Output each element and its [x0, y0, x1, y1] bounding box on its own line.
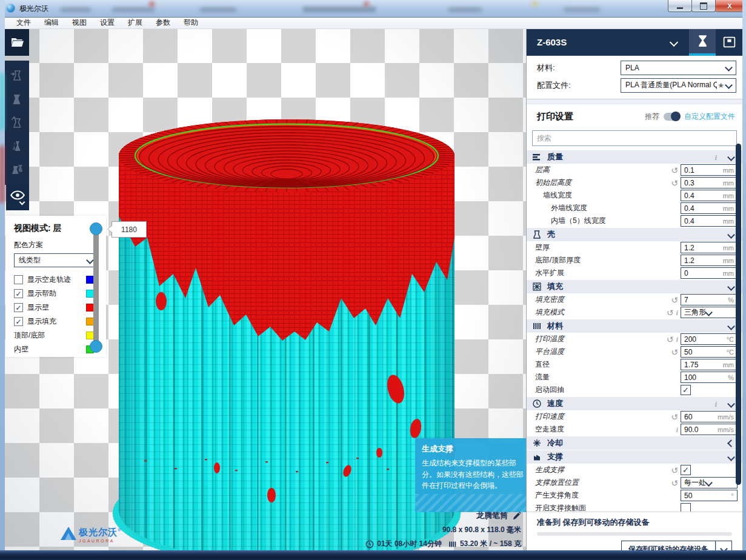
setting-select[interactable]: 每一处 — [681, 477, 738, 488]
legend-list: 显示空走轨迹✓显示帮助✓显示壁✓显示填充顶部/底部内壁 — [14, 273, 98, 356]
setting-select[interactable]: 三角形 — [681, 307, 738, 318]
setting-input[interactable]: 50° — [681, 490, 738, 501]
tab-monitor[interactable] — [716, 28, 742, 56]
color-scheme-select[interactable]: 线类型 — [14, 253, 98, 267]
section-header-speed[interactable]: 速度i — [527, 397, 742, 410]
monitor-printer-icon — [722, 35, 737, 50]
section-header-cooling[interactable]: 冷却 — [527, 436, 742, 450]
setting-value: 0 — [684, 269, 688, 278]
setting-input[interactable]: 7% — [681, 294, 738, 305]
scale-tool-button[interactable] — [9, 92, 25, 107]
legend-checkbox[interactable] — [14, 275, 23, 284]
title-bar[interactable]: 极光尔沃 X — [0, 0, 746, 18]
maximize-button[interactable] — [691, 0, 716, 12]
legend-row: 顶部/底部 — [14, 328, 98, 342]
layer-slider-track[interactable] — [93, 229, 99, 347]
model-dimensions: 90.8 x 90.8 x 118.0 毫米 — [365, 525, 521, 535]
section-header-support[interactable]: 支撑 — [527, 450, 742, 464]
menu-item[interactable]: 帮助 — [177, 17, 205, 28]
setting-row: 平台温度↺50°C — [527, 345, 742, 358]
custom-profile-link[interactable]: 自定义配置文件 — [684, 112, 735, 122]
setting-input[interactable]: 100% — [681, 372, 738, 383]
setting-input[interactable]: 0mm — [681, 267, 738, 279]
section-header-material[interactable]: 材料 — [527, 319, 742, 333]
setting-label: 底部/顶部厚度 — [535, 255, 581, 265]
setting-checkbox-wrap: ✓ — [681, 465, 738, 475]
chevron-down-icon — [705, 479, 713, 487]
material-card: 材料: PLA 配置文件: PLA 普通质量(PLA Normal Qua ★ — [527, 56, 742, 99]
setting-input[interactable]: 0.1mm — [681, 164, 738, 176]
revert-icon[interactable]: ↺ — [671, 466, 678, 475]
close-button[interactable]: X — [715, 0, 744, 12]
setting-input[interactable]: 200°C — [681, 333, 738, 345]
setting-checkbox[interactable]: ✓ — [681, 385, 691, 395]
setting-value: 200 — [684, 335, 696, 344]
move-tool-button[interactable] — [9, 68, 25, 84]
revert-icon[interactable]: ↺ — [667, 335, 674, 344]
menu-item[interactable]: 设置 — [93, 17, 121, 28]
section-header-quality[interactable]: 质量i — [527, 150, 742, 164]
revert-icon[interactable]: ↺ — [671, 413, 678, 421]
minimize-button[interactable] — [668, 0, 692, 12]
setting-controls: i90.0mm/s — [676, 424, 738, 435]
setting-row: 层高↺0.1mm — [527, 164, 742, 176]
open-file-button[interactable] — [5, 29, 29, 56]
revert-icon[interactable]: ↺ — [671, 166, 678, 175]
setting-controls: ✓ — [681, 385, 738, 395]
section-label: 冷却 — [547, 438, 563, 448]
search-input[interactable] — [533, 131, 736, 145]
tab-prepare-slice[interactable] — [689, 28, 716, 56]
scrollbar-thumb[interactable] — [736, 144, 741, 485]
section-header-shell[interactable]: 壳 — [527, 228, 742, 241]
menu-item[interactable]: 编辑 — [38, 17, 65, 28]
menu-item[interactable]: 参数 — [149, 17, 177, 28]
revert-icon[interactable]: ↺ — [671, 296, 678, 304]
legend-checkbox[interactable]: ✓ — [14, 289, 23, 298]
chevron-left-icon — [727, 439, 735, 447]
recommended-custom-toggle[interactable] — [664, 113, 680, 121]
model-info-block: 龙腾笔筒 90.8 x 90.8 x 118.0 毫米 01天 08小时 14分… — [365, 510, 521, 549]
material-select[interactable]: PLA — [621, 61, 736, 75]
revert-icon[interactable]: ↺ — [671, 348, 678, 356]
section-header-right — [728, 232, 734, 238]
profile-select[interactable]: PLA 普通质量(PLA Normal Qua ★ — [621, 78, 736, 93]
setting-input[interactable]: 90.0mm/s — [681, 424, 738, 435]
menu-item[interactable]: 视图 — [65, 17, 93, 28]
windows-taskbar[interactable] — [0, 550, 746, 560]
revert-icon[interactable]: ↺ — [671, 179, 678, 187]
viewport-3d[interactable]: 视图模式: 层 配色方案 线类型 显示空走轨迹✓显示帮助✓显示壁✓显示填充顶部/… — [5, 28, 526, 550]
setting-input[interactable]: 0.4mm — [681, 202, 738, 214]
per-model-settings-button[interactable] — [9, 162, 25, 178]
revert-icon[interactable]: ↺ — [671, 479, 678, 487]
setting-input[interactable]: 1.75mm — [681, 359, 738, 370]
menu-item[interactable]: 扩展 — [121, 17, 149, 28]
setting-input[interactable]: 0.4mm — [681, 215, 738, 227]
section-header-infill[interactable]: 填充 — [527, 280, 742, 293]
layer-slider-handle-bottom[interactable] — [90, 340, 102, 353]
revert-icon[interactable]: ↺ — [667, 308, 674, 317]
slice-view-icon — [695, 33, 710, 48]
setting-input[interactable]: 0.3mm — [681, 177, 738, 188]
brand-registered-mark: ® — [118, 527, 121, 533]
rotate-tool-button[interactable] — [9, 115, 25, 130]
setting-input[interactable]: 0.4mm — [681, 190, 738, 201]
legend-checkbox[interactable]: ✓ — [14, 317, 23, 326]
legend-checkbox[interactable]: ✓ — [14, 303, 23, 312]
setting-label: 空走速度 — [535, 424, 564, 435]
window-title: 极光尔沃 — [19, 4, 48, 14]
view-mode-button[interactable] — [6, 185, 29, 210]
setting-input[interactable]: 60mm/s — [681, 411, 738, 422]
printer-header[interactable]: Z-603S — [527, 28, 742, 56]
setting-input[interactable]: 1.2mm — [681, 242, 738, 253]
section-header-right: i — [714, 400, 734, 408]
edit-pencil-icon[interactable] — [512, 512, 521, 521]
chevron-down-icon — [725, 81, 733, 89]
layer-slider-handle-top[interactable] — [90, 222, 102, 235]
brand-logo-icon — [61, 527, 76, 540]
setting-input[interactable]: 1.2mm — [681, 255, 738, 266]
setting-checkbox[interactable]: ✓ — [681, 465, 691, 475]
mirror-tool-button[interactable] — [9, 138, 25, 154]
setting-label: 产生支撑角度 — [535, 490, 579, 501]
setting-input[interactable]: 50°C — [681, 346, 738, 358]
menu-item[interactable]: 文件 — [10, 17, 38, 28]
